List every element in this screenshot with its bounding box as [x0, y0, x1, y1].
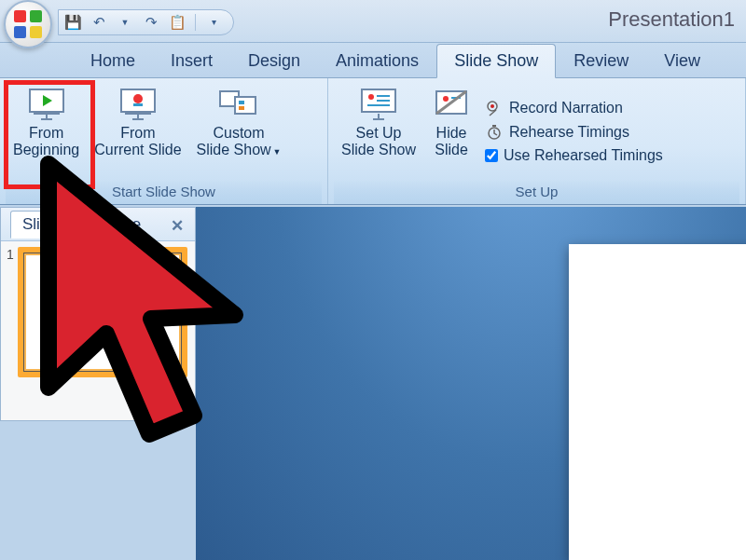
svg-rect-6 [235, 97, 256, 114]
from-beginning-label: From Beginning [13, 125, 79, 159]
qat-separator [195, 14, 196, 31]
hide-slide-label: Hide Slide [435, 125, 468, 159]
custom-show-label: Custom Slide Show▼ [197, 125, 282, 159]
svg-rect-13 [367, 104, 390, 106]
redo-icon[interactable]: ↷ [143, 14, 159, 31]
custom-show-icon [218, 86, 259, 121]
rehearse-timings-icon [485, 123, 504, 142]
tab-design[interactable]: Design [230, 44, 318, 77]
group-start-slide-show: From Beginning From Current Slide Custom… [0, 78, 328, 204]
tab-view[interactable]: View [646, 44, 718, 77]
from-current-icon [117, 86, 159, 121]
svg-rect-11 [377, 95, 390, 97]
office-logo-icon [14, 10, 42, 38]
svg-point-15 [443, 96, 449, 102]
svg-rect-8 [239, 106, 244, 110]
undo-dropdown-icon[interactable]: ▼ [117, 14, 133, 31]
set-up-show-button[interactable]: Set Up Slide Show [334, 82, 423, 178]
tab-review[interactable]: Review [556, 44, 646, 77]
svg-point-10 [368, 94, 374, 100]
ribbon-tabs: Home Insert Design Animations Slide Show… [0, 43, 746, 78]
group-set-up: Set Up Slide Show Hide Slide Record Narr… [328, 78, 746, 204]
use-rehearsed-checkbox[interactable]: Use Rehearsed Timings [485, 147, 663, 164]
use-rehearsed-input[interactable] [485, 149, 498, 162]
from-current-button[interactable]: From Current Slide [87, 82, 188, 178]
tab-slide-show[interactable]: Slide Show [436, 44, 556, 78]
tab-home[interactable]: Home [73, 44, 153, 77]
from-current-label: From Current Slide [94, 125, 181, 159]
tab-insert[interactable]: Insert [153, 44, 230, 77]
svg-rect-7 [239, 101, 244, 104]
slide-thumbnail[interactable] [23, 253, 182, 372]
from-beginning-button[interactable]: From Beginning [6, 82, 87, 178]
slide-canvas[interactable] [569, 244, 746, 560]
pane-tab-slides[interactable]: Slides [10, 211, 77, 239]
ribbon: From Beginning From Current Slide Custom… [0, 78, 746, 205]
hide-slide-icon [431, 86, 472, 121]
qat-more-icon[interactable]: ▾ [205, 14, 222, 31]
svg-point-19 [490, 104, 494, 108]
thumb-number: 1 [7, 247, 14, 377]
repeat-icon[interactable]: 📋 [169, 14, 186, 31]
pane-tab-outline[interactable]: Outline [90, 215, 141, 234]
svg-rect-12 [377, 100, 390, 102]
svg-rect-4 [133, 103, 143, 106]
editor-area [196, 207, 746, 560]
office-button[interactable] [4, 0, 52, 48]
save-icon[interactable]: 💾 [64, 14, 81, 31]
rehearse-timings-button[interactable]: Rehearse Timings [485, 123, 663, 142]
set-up-options: Record Narration Rehearse Timings Use Re… [479, 82, 669, 180]
undo-icon[interactable]: ↶ [90, 14, 107, 31]
document-title: Presentation1 [608, 7, 735, 32]
svg-rect-21 [492, 125, 496, 127]
group-label-setup: Set Up [334, 180, 739, 204]
pane-tabs: Slides Outline ✕ [1, 208, 195, 241]
record-narration-button[interactable]: Record Narration [485, 99, 663, 117]
group-label-start: Start Slide Show [6, 180, 322, 204]
title-bar: 💾 ↶ ▼ ↷ 📋 ▾ Presentation1 [0, 0, 746, 43]
record-narration-label: Record Narration [509, 100, 623, 116]
rehearse-timings-label: Rehearse Timings [509, 124, 629, 141]
tab-animations[interactable]: Animations [318, 44, 436, 77]
use-rehearsed-label: Use Rehearsed Timings [504, 147, 663, 164]
svg-point-3 [133, 94, 143, 103]
thumb-selection[interactable] [18, 247, 187, 377]
record-narration-icon [485, 99, 504, 117]
custom-show-button[interactable]: Custom Slide Show▼ [189, 82, 289, 178]
slides-pane: Slides Outline ✕ 1 [0, 207, 196, 421]
hide-slide-button[interactable]: Hide Slide [423, 82, 479, 178]
set-up-show-icon [358, 86, 399, 121]
quick-access-toolbar: 💾 ↶ ▼ ↷ 📋 ▾ [58, 9, 234, 35]
thumbnail-area: 1 [1, 241, 195, 383]
pane-close-icon[interactable]: ✕ [169, 216, 186, 233]
set-up-show-label: Set Up Slide Show [341, 125, 416, 159]
from-beginning-icon [26, 86, 67, 121]
dropdown-arrow-icon: ▼ [273, 147, 282, 157]
